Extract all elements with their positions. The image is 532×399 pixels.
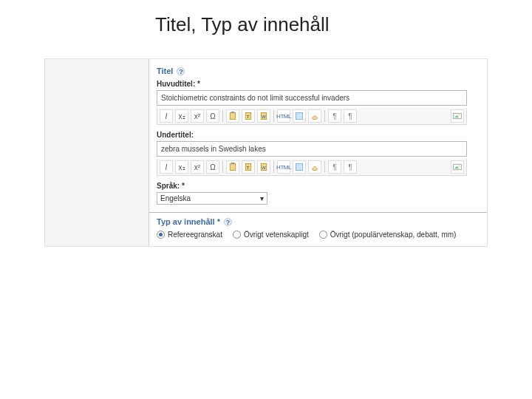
radio-icon [319,231,327,239]
svg-rect-11 [230,164,236,171]
svg-rect-12 [231,163,235,164]
radio-label: Övrigt vetenskapligt [244,231,309,239]
toolbar-separator [273,110,274,122]
title-section: Titel ? Huvudtitel: * I x₂ x² Ω T W HTML… [149,59,487,212]
radio-label: Refereegranskat [168,231,222,239]
paste-text-icon[interactable]: T [242,109,255,123]
form-panel: Titel ? Huvudtitel: * I x₂ x² Ω T W HTML… [149,59,487,246]
content-type-heading-text: Typ av innehåll * [157,217,220,226]
superscript-button[interactable]: x² [191,160,204,174]
toolbar-separator [222,161,223,173]
svg-text:W: W [262,115,266,119]
image-icon[interactable] [451,109,464,123]
radio-ovrigt-vetenskapligt[interactable]: Övrigt vetenskapligt [233,231,309,239]
pilcrow-ltr-icon[interactable]: ¶ [328,160,341,174]
paste-word-icon[interactable]: W [257,160,270,174]
help-icon[interactable]: ? [224,218,232,226]
main-title-toolbar: I x₂ x² Ω T W HTML ¶ ¶ [157,108,467,125]
radio-icon [233,231,241,239]
radio-ovrigt-popular[interactable]: Övrigt (populärvetenskap, debatt, mm) [319,231,457,239]
subtitle-toolbar: I x₂ x² Ω T W HTML ¶ ¶ [157,159,467,176]
slide-title: Titel, Typ av innehåll [0,0,532,44]
svg-text:T: T [247,115,250,119]
toolbar-separator [324,161,325,173]
svg-marker-7 [312,115,318,119]
eraser-icon[interactable] [308,160,321,174]
paste-text-icon[interactable]: T [242,160,255,174]
subscript-button[interactable]: x₂ [175,160,188,174]
subtitle-label: Undertitel: [157,131,480,139]
paste-icon[interactable] [226,109,239,123]
html-button[interactable]: HTML [277,160,290,174]
svg-rect-17 [296,164,303,171]
main-title-label: Huvudtitel: * [157,80,480,88]
language-value: Engelska [160,194,191,202]
subtitle-input[interactable] [157,141,467,157]
paste-word-icon[interactable]: W [257,109,270,123]
language-select[interactable]: Engelska ▾ [157,192,267,205]
svg-rect-0 [230,113,236,120]
italic-button[interactable]: I [160,109,173,123]
radio-refereegranskat[interactable]: Refereegranskat [157,231,222,239]
svg-point-21 [458,165,460,166]
subscript-button[interactable]: x₂ [175,109,188,123]
svg-marker-18 [312,166,318,170]
form-container: Titel ? Huvudtitel: * I x₂ x² Ω T W HTML… [44,58,488,247]
clean-icon[interactable] [293,109,306,123]
pilcrow-rtl-icon[interactable]: ¶ [344,109,357,123]
pilcrow-rtl-icon[interactable]: ¶ [344,160,357,174]
toolbar-separator [222,110,223,122]
eraser-icon[interactable] [308,109,321,123]
content-type-heading: Typ av innehåll * ? [157,217,480,226]
content-type-section: Typ av innehåll * ? Refereegranskat Övri… [149,212,487,246]
help-icon[interactable]: ? [177,67,185,75]
radio-label: Övrigt (populärvetenskap, debatt, mm) [330,231,457,239]
svg-text:T: T [247,166,250,170]
pilcrow-ltr-icon[interactable]: ¶ [328,109,341,123]
italic-button[interactable]: I [160,160,173,174]
radio-icon [157,231,165,239]
svg-text:W: W [262,166,266,170]
image-icon[interactable] [451,160,464,174]
language-label: Språk: * [157,182,480,190]
svg-point-10 [458,114,460,115]
paste-icon[interactable] [226,160,239,174]
toolbar-separator [273,161,274,173]
content-type-radio-group: Refereegranskat Övrigt vetenskapligt Övr… [157,231,480,239]
omega-button[interactable]: Ω [206,109,219,123]
chevron-down-icon: ▾ [260,194,264,202]
omega-button[interactable]: Ω [206,160,219,174]
superscript-button[interactable]: x² [191,109,204,123]
svg-rect-6 [296,113,303,120]
main-title-input[interactable] [157,90,467,106]
title-section-heading: Titel ? [157,66,480,75]
svg-rect-1 [231,112,235,113]
title-heading-text: Titel [157,66,173,75]
clean-icon[interactable] [293,160,306,174]
html-button[interactable]: HTML [277,109,290,123]
toolbar-separator [324,110,325,122]
